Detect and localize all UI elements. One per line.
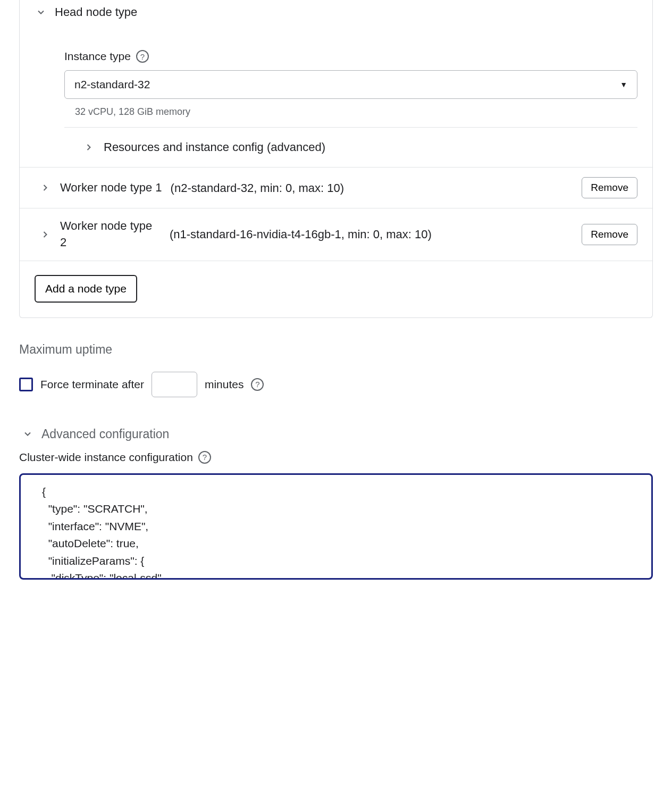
help-icon[interactable]: ?: [251, 378, 264, 391]
force-terminate-label: Force terminate after: [40, 378, 144, 391]
worker-node-details: (n1-standard-16-nvidia-t4-16gb-1, min: 0…: [170, 225, 573, 243]
instance-type-field: Instance type ? n2-standard-32 ▼ 32 vCPU…: [20, 23, 652, 167]
remove-button[interactable]: Remove: [582, 224, 637, 245]
resources-advanced-row[interactable]: Resources and instance config (advanced): [49, 128, 637, 167]
instance-type-label-row: Instance type ?: [64, 50, 637, 63]
instance-type-value: n2-standard-32: [74, 78, 150, 91]
node-config-panel: Head node type Instance type ? n2-standa…: [19, 0, 653, 318]
minutes-label: minutes: [205, 378, 244, 391]
caret-down-icon: ▼: [620, 80, 627, 89]
chevron-right-icon: [82, 141, 95, 154]
instance-type-select[interactable]: n2-standard-32 ▼: [64, 70, 637, 99]
cluster-config-label-row: Cluster-wide instance configuration ?: [19, 451, 672, 464]
minutes-input[interactable]: [152, 372, 197, 397]
head-node-title: Head node type: [55, 5, 137, 19]
cluster-config-label: Cluster-wide instance configuration: [19, 451, 193, 464]
advanced-config-title: Advanced configuration: [41, 427, 169, 441]
instance-specs: 32 vCPU, 128 GiB memory: [75, 106, 637, 118]
help-icon[interactable]: ?: [198, 451, 211, 464]
maximum-uptime-heading: Maximum uptime: [19, 342, 672, 357]
force-terminate-checkbox[interactable]: [19, 378, 33, 391]
advanced-config-header[interactable]: Advanced configuration: [21, 427, 672, 441]
chevron-down-icon: [35, 6, 47, 19]
chevron-down-icon: [21, 428, 34, 440]
head-node-section-header[interactable]: Head node type: [20, 0, 652, 23]
worker-node-row[interactable]: Worker node type 1 (n2-standard-32, min:…: [20, 167, 652, 208]
cluster-config-textarea[interactable]: { "type": "SCRATCH", "interface": "NVME"…: [19, 473, 653, 580]
chevron-right-icon: [39, 228, 52, 241]
worker-node-details: (n2-standard-32, min: 0, max: 10): [171, 179, 574, 197]
worker-node-row[interactable]: Worker node type 2 (n1-standard-16-nvidi…: [20, 208, 652, 261]
resources-advanced-label: Resources and instance config (advanced): [104, 140, 325, 154]
worker-node-title: Worker node type 1: [60, 181, 162, 195]
force-terminate-row: Force terminate after minutes ?: [19, 372, 672, 397]
chevron-right-icon: [39, 181, 52, 194]
instance-type-label: Instance type: [64, 50, 131, 63]
worker-node-title: Worker node type 2: [60, 218, 161, 251]
help-icon[interactable]: ?: [136, 50, 149, 63]
remove-button[interactable]: Remove: [582, 177, 637, 198]
add-node-type-button[interactable]: Add a node type: [35, 275, 137, 303]
